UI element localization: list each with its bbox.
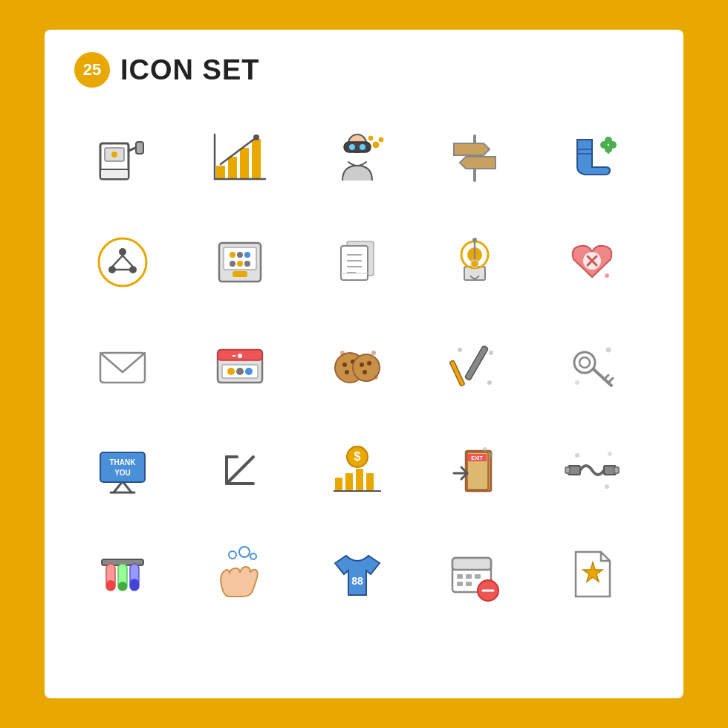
icon-slot-machine bbox=[192, 214, 288, 311]
svg-rect-4 bbox=[136, 142, 143, 154]
svg-point-85 bbox=[340, 351, 345, 355]
svg-rect-143 bbox=[466, 574, 472, 579]
svg-point-19 bbox=[368, 136, 373, 140]
svg-point-32 bbox=[99, 238, 146, 286]
icon-cookies bbox=[309, 318, 406, 415]
svg-marker-24 bbox=[460, 157, 495, 169]
svg-point-18 bbox=[379, 137, 383, 142]
svg-rect-134 bbox=[130, 579, 139, 591]
svg-rect-124 bbox=[614, 467, 619, 473]
icon-vr-user bbox=[309, 110, 406, 207]
icon-machine2 bbox=[192, 318, 288, 415]
svg-point-58 bbox=[472, 238, 477, 242]
icon-screwdriver bbox=[426, 318, 523, 415]
icon-signpost bbox=[426, 110, 523, 207]
svg-point-126 bbox=[605, 484, 609, 489]
icon-fuel-pump bbox=[74, 110, 171, 207]
svg-point-33 bbox=[119, 248, 126, 256]
svg-point-45 bbox=[237, 261, 243, 267]
svg-rect-89 bbox=[449, 360, 465, 386]
svg-rect-6 bbox=[216, 166, 225, 179]
icon-wash-hands bbox=[192, 526, 288, 623]
icon-share bbox=[74, 214, 171, 311]
icon-alarm-bell bbox=[426, 214, 523, 311]
svg-rect-112 bbox=[366, 473, 374, 491]
svg-point-74 bbox=[238, 354, 242, 358]
svg-point-91 bbox=[487, 380, 492, 385]
icon-broken-heart bbox=[544, 214, 640, 311]
svg-line-97 bbox=[608, 378, 613, 383]
svg-text:88: 88 bbox=[351, 575, 363, 587]
svg-line-100 bbox=[114, 481, 123, 493]
icon-test-tubes bbox=[74, 526, 171, 623]
page-title: ICON SET bbox=[120, 54, 259, 86]
svg-point-43 bbox=[244, 252, 250, 258]
svg-marker-22 bbox=[454, 143, 490, 155]
icon-cable bbox=[544, 422, 640, 519]
icon-exit-door: EXIT bbox=[426, 422, 523, 519]
svg-text:$: $ bbox=[354, 450, 361, 463]
svg-line-101 bbox=[123, 481, 131, 493]
svg-point-135 bbox=[229, 551, 236, 559]
svg-rect-145 bbox=[457, 582, 463, 586]
svg-point-5 bbox=[111, 152, 117, 157]
svg-rect-111 bbox=[356, 469, 363, 491]
svg-point-87 bbox=[374, 375, 378, 380]
svg-point-10 bbox=[253, 134, 259, 140]
icon-bar-chart-dollar: $ bbox=[309, 422, 406, 519]
icon-calendar-minus bbox=[426, 526, 523, 623]
svg-point-137 bbox=[250, 553, 256, 559]
badge-number: 25 bbox=[74, 52, 110, 88]
svg-point-35 bbox=[129, 266, 137, 273]
icon-arrow-diagonal bbox=[192, 422, 288, 519]
svg-point-82 bbox=[360, 363, 364, 367]
svg-point-34 bbox=[108, 266, 116, 273]
svg-line-37 bbox=[123, 256, 132, 266]
svg-point-93 bbox=[574, 352, 595, 373]
svg-point-73 bbox=[245, 368, 253, 375]
svg-point-127 bbox=[608, 452, 612, 456]
svg-point-98 bbox=[606, 348, 611, 353]
icon-file-star bbox=[544, 526, 640, 623]
svg-rect-9 bbox=[252, 139, 261, 179]
svg-point-44 bbox=[230, 261, 235, 267]
svg-line-106 bbox=[227, 457, 253, 484]
svg-rect-14 bbox=[344, 142, 371, 152]
svg-point-125 bbox=[575, 453, 579, 458]
svg-text:THANK: THANK bbox=[110, 458, 137, 467]
svg-point-83 bbox=[367, 361, 371, 365]
main-card: 25 ICON SET bbox=[45, 30, 683, 698]
svg-point-79 bbox=[345, 370, 349, 374]
svg-point-92 bbox=[489, 351, 493, 355]
svg-point-60 bbox=[471, 260, 478, 267]
svg-point-86 bbox=[371, 351, 376, 355]
icon-key bbox=[544, 318, 640, 415]
svg-rect-144 bbox=[475, 574, 481, 579]
svg-rect-49 bbox=[341, 246, 368, 280]
svg-rect-2 bbox=[100, 169, 129, 179]
svg-rect-142 bbox=[457, 574, 463, 579]
svg-text:YOU: YOU bbox=[114, 469, 131, 477]
svg-point-120 bbox=[489, 453, 493, 458]
svg-line-36 bbox=[113, 256, 123, 266]
icon-thank-you: THANK YOU bbox=[74, 422, 171, 519]
icon-bar-chart bbox=[192, 110, 288, 207]
icon-boot bbox=[544, 110, 640, 207]
svg-point-16 bbox=[360, 144, 365, 150]
svg-point-99 bbox=[575, 380, 579, 385]
svg-point-15 bbox=[349, 144, 355, 150]
svg-point-90 bbox=[458, 348, 462, 352]
svg-rect-7 bbox=[228, 157, 237, 179]
svg-rect-47 bbox=[233, 271, 247, 277]
svg-rect-140 bbox=[452, 558, 491, 570]
svg-point-41 bbox=[230, 252, 235, 258]
svg-text:EXIT: EXIT bbox=[471, 455, 483, 461]
svg-point-119 bbox=[483, 447, 487, 452]
svg-rect-109 bbox=[335, 478, 342, 491]
svg-rect-67 bbox=[100, 353, 145, 383]
svg-point-94 bbox=[579, 357, 590, 368]
svg-rect-130 bbox=[106, 580, 115, 591]
svg-rect-88 bbox=[465, 345, 489, 380]
svg-rect-146 bbox=[466, 582, 472, 586]
svg-point-136 bbox=[239, 547, 250, 557]
